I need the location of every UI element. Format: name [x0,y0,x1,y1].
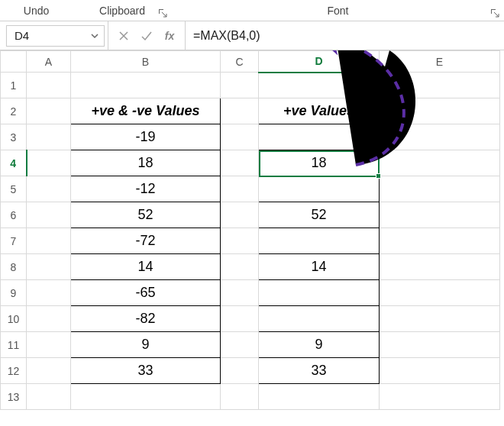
ribbon-group-labels: Undo Clipboard Font [0,0,504,21]
column-header-row: A B C D E [1,51,500,73]
cell-D7[interactable] [259,228,380,254]
cell-D8[interactable]: 14 [259,254,380,280]
ribbon-group-clipboard-label: Clipboard [99,5,145,17]
ribbon-group-font-label: Font [327,5,348,17]
col-header-D[interactable]: D [259,51,380,73]
name-box[interactable]: D4 [6,25,105,47]
table-d-header[interactable]: +ve Values [259,98,380,124]
row-header[interactable]: 3 [1,124,27,150]
clipboard-launcher-icon[interactable] [158,8,167,18]
cell-D5[interactable] [259,176,380,202]
cancel-icon[interactable] [116,28,131,44]
col-header-E[interactable]: E [380,51,500,73]
cell-B8[interactable]: 14 [71,254,221,280]
col-header-C[interactable]: C [221,51,259,73]
ribbon-group-font[interactable]: Font [172,0,504,21]
cell-D3[interactable] [259,124,380,150]
cell-B12[interactable]: 33 [71,358,221,384]
cell-B7[interactable]: -72 [71,228,221,254]
row-header[interactable]: 5 [1,176,27,202]
row-header[interactable]: 9 [1,280,27,306]
insert-function-button[interactable]: fx [162,28,177,44]
spreadsheet-grid[interactable]: A B C D E 1 2 +ve & -ve Values +ve Value… [0,50,500,410]
ribbon-group-clipboard[interactable]: Clipboard [73,0,172,21]
col-header-A[interactable]: A [27,51,71,73]
cell-B10[interactable]: -82 [71,306,221,332]
formula-text: =MAX(B4,0) [193,29,260,43]
row-header[interactable]: 12 [1,358,27,384]
table-b-header[interactable]: +ve & -ve Values [71,98,221,124]
formula-bar-buttons: fx [108,21,186,50]
font-launcher-icon[interactable] [490,8,499,18]
name-box-value: D4 [15,29,29,42]
cell-B9[interactable]: -65 [71,280,221,306]
select-all-corner[interactable] [1,51,27,73]
cell-B6[interactable]: 52 [71,202,221,228]
fx-label: fx [165,30,174,42]
cell-B5[interactable]: -12 [71,176,221,202]
formula-input[interactable]: =MAX(B4,0) [186,21,504,50]
chevron-down-icon[interactable] [90,31,99,40]
name-box-wrap: D4 [0,21,108,50]
cell-D10[interactable] [259,306,380,332]
cell-D11[interactable]: 9 [259,332,380,358]
row-header[interactable]: 4 [1,150,27,176]
formula-bar-row: D4 fx =MAX(B4,0) [0,21,504,50]
cell-B11[interactable]: 9 [71,332,221,358]
row-header[interactable]: 11 [1,332,27,358]
cell-B4[interactable]: 18 [71,150,221,176]
cell-D9[interactable] [259,280,380,306]
row-header[interactable]: 2 [1,98,27,124]
cell-B3[interactable]: -19 [71,124,221,150]
ribbon-group-undo[interactable]: Undo [0,0,73,21]
col-header-B[interactable]: B [71,51,221,73]
ribbon-group-undo-label: Undo [24,5,49,17]
row-header[interactable]: 10 [1,306,27,332]
cell-D6[interactable]: 52 [259,202,380,228]
row-header[interactable]: 1 [1,73,27,98]
row-header[interactable]: 13 [1,384,27,410]
cell-D12[interactable]: 33 [259,358,380,384]
cell-D4[interactable]: 18 [259,150,380,176]
row-header[interactable]: 7 [1,228,27,254]
row-header[interactable]: 8 [1,254,27,280]
row-header[interactable]: 6 [1,202,27,228]
grid-wrap: A B C D E 1 2 +ve & -ve Values +ve Value… [0,50,504,410]
enter-icon[interactable] [139,28,154,44]
